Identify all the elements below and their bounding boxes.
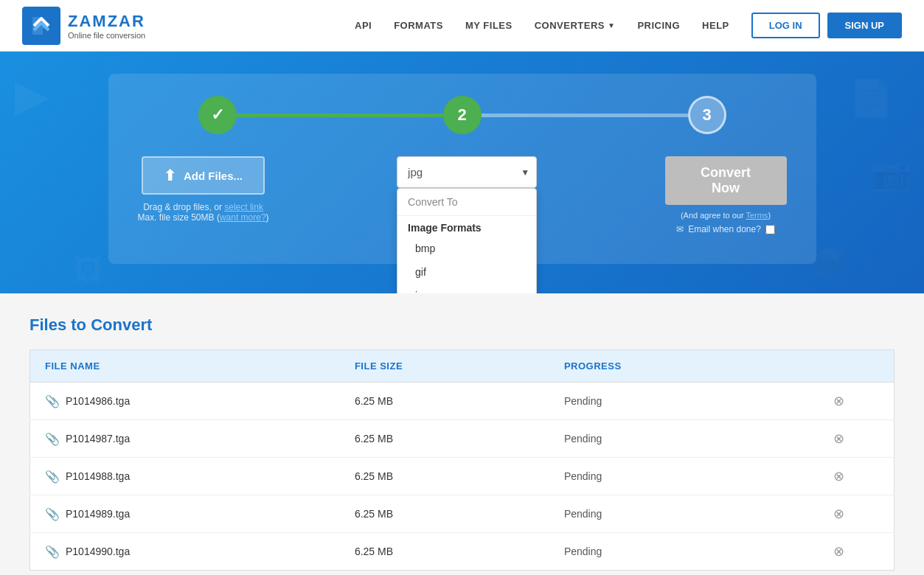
file-remove-cell-1: ⊗	[784, 420, 895, 458]
action-row: ⬆ Add Files... Drag & drop files, or sel…	[138, 156, 787, 234]
paperclip-icon: 📎	[45, 545, 60, 559]
table-row: 📎 P1014990.tga 6.25 MB Pending ⊗	[30, 533, 895, 571]
terms-text: (And agree to our Terms)	[681, 211, 771, 220]
remove-file-button-1[interactable]: ⊗	[833, 431, 844, 447]
file-name-cell-0: 📎 P1014986.tga	[30, 383, 340, 420]
main-nav: API FORMATS MY FILES CONVERTERS ▼ PRICIN…	[355, 20, 729, 31]
file-progress-cell-0: Pending	[549, 383, 784, 420]
remove-file-button-2[interactable]: ⊗	[833, 468, 844, 484]
table-row: 📎 P1014986.tga 6.25 MB Pending ⊗	[30, 383, 895, 420]
logo-icon	[22, 7, 60, 45]
file-name-2: P1014988.tga	[66, 470, 130, 482]
email-row: ✉ Email when done?	[676, 224, 775, 234]
convert-to-area: Convert To bmp gif ico jpg pcx png thumb…	[397, 156, 537, 188]
format-dropdown-menu[interactable]: Convert To Image Formats bmp gif ico jpg…	[397, 188, 537, 293]
files-table: FILE NAME FILE SIZE PROGRESS 📎 P1014986.…	[29, 349, 895, 571]
add-files-area: ⬆ Add Files... Drag & drop files, or sel…	[138, 156, 269, 223]
nav-converters[interactable]: CONVERTERS ▼	[535, 20, 616, 31]
email-checkbox[interactable]	[765, 225, 775, 234]
table-header-row: FILE NAME FILE SIZE PROGRESS	[30, 350, 895, 383]
file-size-cell-1: 6.25 MB	[340, 420, 549, 458]
step-3-circle: 3	[688, 96, 726, 134]
file-progress-cell-1: Pending	[549, 420, 784, 458]
file-progress-cell-2: Pending	[549, 458, 784, 495]
svg-text:📷: 📷	[870, 153, 912, 193]
svg-text:🖼: 🖼	[74, 254, 103, 286]
remove-file-button-0[interactable]: ⊗	[833, 393, 844, 409]
convert-now-button[interactable]: Convert Now	[665, 156, 787, 205]
files-section: Files to Convert FILE NAME FILE SIZE PRO…	[0, 293, 924, 575]
file-remove-cell-2: ⊗	[784, 458, 895, 495]
table-row: 📎 P1014989.tga 6.25 MB Pending ⊗	[30, 495, 895, 533]
svg-text:🎵: 🎵	[44, 168, 86, 208]
step-line-2	[482, 114, 688, 117]
dropdown-item-ico[interactable]: ico	[397, 284, 536, 293]
paperclip-icon: 📎	[45, 432, 60, 446]
col-file-name: FILE NAME	[30, 350, 340, 383]
nav-formats[interactable]: FORMATS	[394, 20, 443, 31]
terms-link[interactable]: Terms	[746, 211, 768, 220]
file-remove-cell-0: ⊗	[784, 383, 895, 420]
progress-status-1: Pending	[564, 433, 602, 445]
col-actions	[784, 350, 895, 383]
logo[interactable]: ZAMZAR Online file conversion	[22, 7, 145, 45]
file-remove-cell-4: ⊗	[784, 533, 895, 571]
file-progress-cell-3: Pending	[549, 495, 784, 533]
col-file-size: FILE SIZE	[340, 350, 549, 383]
file-name-4: P1014990.tga	[66, 546, 130, 557]
header-auth-buttons: LOG IN SIGN UP	[751, 13, 902, 38]
file-size-cell-0: 6.25 MB	[340, 383, 549, 420]
nav-converters-label: CONVERTERS	[535, 20, 605, 31]
nav-help[interactable]: HELP	[702, 20, 729, 31]
file-size-cell-3: 6.25 MB	[340, 495, 549, 533]
want-more-link[interactable]: want more?	[220, 212, 266, 223]
file-size-cell-2: 6.25 MB	[340, 458, 549, 495]
dropdown-item-bmp[interactable]: bmp	[397, 237, 536, 260]
file-name-cell-2: 📎 P1014988.tga	[30, 458, 340, 495]
file-name-3: P1014989.tga	[66, 508, 130, 520]
file-name-cell-3: 📎 P1014989.tga	[30, 495, 340, 533]
file-name-0: P1014986.tga	[66, 395, 130, 407]
logo-text: ZAMZAR Online file conversion	[68, 12, 145, 40]
paperclip-icon: 📎	[45, 470, 60, 484]
convert-now-area: Convert Now (And agree to our Terms) ✉ E…	[665, 156, 787, 234]
nav-api[interactable]: API	[355, 20, 372, 31]
nav-my-files[interactable]: MY FILES	[465, 20, 513, 31]
remove-file-button-4[interactable]: ⊗	[833, 543, 844, 560]
svg-text:▶: ▶	[15, 71, 49, 120]
progress-status-0: Pending	[564, 395, 602, 407]
step-1-circle: ✓	[198, 96, 237, 134]
remove-file-button-3[interactable]: ⊗	[833, 506, 844, 522]
file-size-cell-4: 6.25 MB	[340, 533, 549, 571]
add-files-label: Add Files...	[184, 170, 243, 182]
files-title: Files to Convert	[29, 316, 895, 335]
progress-status-2: Pending	[564, 470, 602, 482]
signup-button[interactable]: SIGN UP	[827, 13, 902, 38]
select-link[interactable]: select link	[224, 202, 263, 212]
file-name-1: P1014987.tga	[66, 433, 130, 445]
progress-status-4: Pending	[564, 546, 602, 557]
email-label: Email when done?	[688, 224, 761, 234]
image-formats-label: Image Formats	[397, 216, 536, 237]
files-title-highlight: Convert	[91, 316, 152, 334]
progress-status-3: Pending	[564, 508, 602, 520]
add-files-button[interactable]: ⬆ Add Files...	[142, 156, 265, 195]
paperclip-icon: 📎	[45, 507, 60, 521]
convert-to-select-wrapper: Convert To bmp gif ico jpg pcx png thumb…	[397, 156, 537, 188]
brand-tagline: Online file conversion	[68, 31, 145, 40]
file-name-cell-1: 📎 P1014987.tga	[30, 420, 340, 458]
conversion-container: ✓ 2 3 ⬆ Add Files... Drag & drop files, …	[108, 74, 816, 264]
header: ZAMZAR Online file conversion API FORMAT…	[0, 0, 924, 52]
svg-text:📦: 📦	[811, 245, 848, 280]
dropdown-item-gif[interactable]: gif	[397, 260, 536, 284]
svg-text:📄: 📄	[848, 76, 895, 120]
nav-pricing[interactable]: PRICING	[637, 20, 680, 31]
convert-to-select[interactable]: Convert To bmp gif ico jpg pcx png thumb…	[397, 156, 537, 188]
login-button[interactable]: LOG IN	[751, 13, 820, 38]
file-name-cell-4: 📎 P1014990.tga	[30, 533, 340, 571]
files-table-head: FILE NAME FILE SIZE PROGRESS	[30, 350, 895, 383]
max-size-text: Max. file size 50MB (want more?)	[138, 212, 269, 223]
drag-drop-text: Drag & drop files, or select link	[143, 202, 263, 212]
brand-name: ZAMZAR	[68, 12, 145, 31]
dropdown-header: Convert To	[397, 189, 536, 216]
